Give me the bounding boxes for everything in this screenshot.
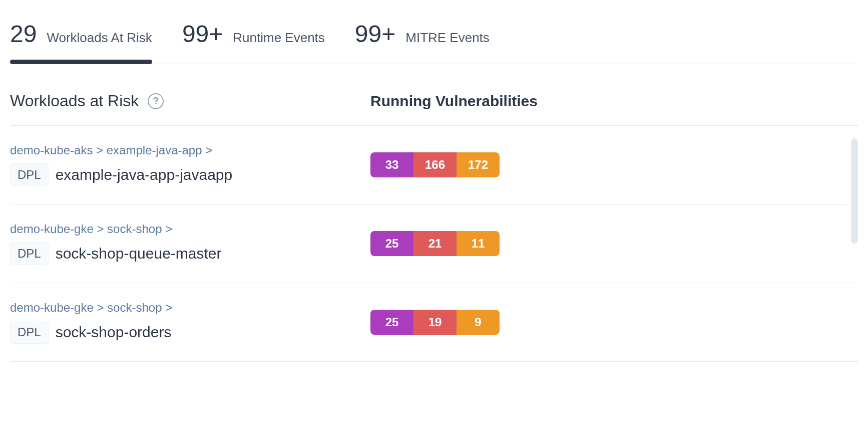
workload-name: example-java-app-javaapp	[56, 166, 233, 183]
vuln-critical: 25	[370, 231, 413, 256]
type-badge: DPL	[10, 163, 49, 186]
tab-value: 99+	[182, 20, 223, 48]
vuln-medium: 11	[457, 231, 500, 256]
vulnerabilities-header: Running Vulnerabilities	[370, 93, 538, 110]
type-badge: DPL	[10, 321, 49, 344]
workload-list: demo-kube-aks > example-java-app > DPL e…	[10, 126, 858, 362]
vulnerability-bar[interactable]: 25 21 11	[370, 231, 500, 256]
tab-label: MITRE Events	[405, 30, 490, 46]
workload-cell: demo-kube-aks > example-java-app > DPL e…	[10, 143, 370, 186]
breadcrumb[interactable]: demo-kube-gke > sock-shop >	[10, 301, 370, 315]
table-row[interactable]: demo-kube-aks > example-java-app > DPL e…	[10, 126, 858, 204]
vulnerability-bar[interactable]: 25 19 9	[370, 310, 500, 335]
section-title: Workloads at Risk	[10, 92, 139, 110]
tab-value: 29	[10, 20, 37, 48]
tabs-bar: 29 Workloads At Risk 99+ Runtime Events …	[10, 20, 858, 64]
tab-mitre-events[interactable]: 99+ MITRE Events	[355, 20, 490, 54]
tab-runtime-events[interactable]: 99+ Runtime Events	[182, 20, 325, 54]
scrollbar-thumb[interactable]	[851, 138, 858, 244]
tab-label: Runtime Events	[233, 30, 325, 46]
tab-value: 99+	[355, 20, 395, 48]
workload-name: sock-shop-orders	[56, 324, 172, 341]
workload-cell: demo-kube-gke > sock-shop > DPL sock-sho…	[10, 301, 370, 344]
workload-line: DPL example-java-app-javaapp	[10, 163, 370, 186]
vuln-high: 21	[413, 231, 457, 256]
workload-line: DPL sock-shop-queue-master	[10, 242, 370, 265]
tab-label: Workloads At Risk	[47, 30, 152, 46]
workload-name: sock-shop-queue-master	[56, 245, 222, 262]
vuln-medium: 172	[457, 152, 500, 177]
tab-workloads-at-risk[interactable]: 29 Workloads At Risk	[10, 20, 152, 54]
table-row[interactable]: demo-kube-gke > sock-shop > DPL sock-sho…	[10, 204, 858, 283]
vuln-high: 19	[413, 310, 457, 335]
vuln-critical: 25	[370, 310, 413, 335]
breadcrumb[interactable]: demo-kube-aks > example-java-app >	[10, 143, 370, 157]
help-icon[interactable]: ?	[148, 93, 164, 109]
vuln-high: 166	[413, 152, 457, 177]
vulnerability-bar[interactable]: 33 166 172	[370, 152, 500, 177]
workload-cell: demo-kube-gke > sock-shop > DPL sock-sho…	[10, 222, 370, 265]
vuln-medium: 9	[457, 310, 500, 335]
table-row[interactable]: demo-kube-gke > sock-shop > DPL sock-sho…	[10, 283, 858, 362]
breadcrumb[interactable]: demo-kube-gke > sock-shop >	[10, 222, 370, 236]
workload-line: DPL sock-shop-orders	[10, 321, 370, 344]
header-left: Workloads at Risk ?	[10, 92, 370, 110]
type-badge: DPL	[10, 242, 49, 265]
vuln-critical: 33	[370, 152, 413, 177]
table-headers: Workloads at Risk ? Running Vulnerabilit…	[10, 64, 858, 126]
